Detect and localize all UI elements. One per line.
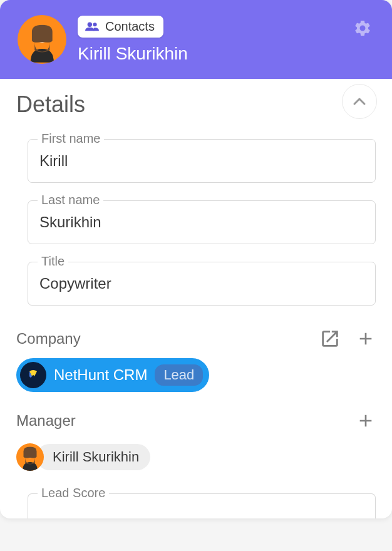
- collapse-button[interactable]: [342, 84, 377, 119]
- plus-icon: [356, 411, 376, 431]
- company-pill[interactable]: NetHunt CRM Lead: [16, 358, 209, 392]
- svg-point-1: [88, 23, 92, 27]
- section-title: Details: [16, 91, 85, 118]
- chevron-up-icon: [353, 97, 366, 106]
- header-info: Contacts Kirill Skurikhin: [78, 16, 188, 64]
- open-company-button[interactable]: [319, 328, 341, 349]
- add-manager-button[interactable]: [356, 411, 376, 431]
- company-logo-icon: [26, 368, 41, 383]
- first-name-label: First name: [38, 131, 104, 146]
- contact-name: Kirill Skurikhin: [78, 44, 188, 64]
- card-body: Details First name Last name Title Compa…: [0, 79, 392, 518]
- manager-header: Manager: [16, 411, 376, 431]
- contacts-badge[interactable]: Contacts: [78, 16, 163, 38]
- first-name-field: First name: [28, 139, 376, 183]
- manager-section: Manager: [16, 411, 376, 473]
- person-icon: [25, 20, 59, 64]
- company-section: Company: [16, 328, 376, 392]
- plus-icon: [356, 329, 376, 349]
- manager-pill[interactable]: Kirill Skurikhin: [16, 443, 150, 471]
- people-icon: [85, 21, 99, 31]
- lead-score-field: Lead Score: [28, 493, 376, 518]
- company-header: Company: [16, 328, 376, 349]
- manager-label: Manager: [16, 412, 76, 430]
- details-header: Details: [16, 90, 376, 119]
- last-name-label: Last name: [38, 193, 103, 207]
- avatar[interactable]: [18, 15, 66, 64]
- title-input[interactable]: [28, 262, 376, 306]
- contact-card: Contacts Kirill Skurikhin Details First …: [0, 0, 392, 518]
- company-label: Company: [16, 330, 81, 348]
- manager-name: Kirill Skurikhin: [53, 449, 139, 465]
- manager-actions: [356, 411, 376, 431]
- company-name: NetHunt CRM: [54, 366, 147, 384]
- open-external-icon: [319, 328, 341, 349]
- card-header: Contacts Kirill Skurikhin: [0, 0, 392, 79]
- contacts-badge-label: Contacts: [105, 19, 155, 34]
- person-icon: [19, 445, 41, 471]
- title-label: Title: [38, 254, 68, 269]
- add-company-button[interactable]: [356, 329, 376, 349]
- svg-point-2: [93, 23, 97, 26]
- company-logo: [20, 362, 46, 388]
- lead-score-label: Lead Score: [38, 486, 109, 500]
- last-name-field: Last name: [28, 200, 376, 244]
- gear-icon: [353, 19, 372, 38]
- company-actions: [319, 328, 376, 349]
- company-status-badge: Lead: [155, 364, 203, 386]
- settings-button[interactable]: [353, 19, 373, 39]
- manager-name-wrap: Kirill Skurikhin: [36, 444, 150, 470]
- manager-avatar: [16, 443, 44, 471]
- title-field: Title: [28, 262, 376, 306]
